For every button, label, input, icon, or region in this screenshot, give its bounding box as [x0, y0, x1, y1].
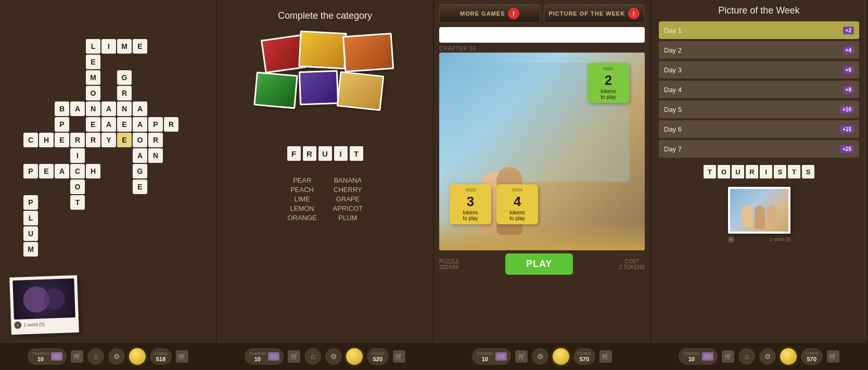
- pw-plus-icon: +: [727, 236, 735, 243]
- token-cart-cat[interactable]: 🛒: [288, 350, 300, 363]
- crossword-photo[interactable]: + 1 word (5): [9, 275, 79, 335]
- cat-word-letter: I: [334, 146, 348, 161]
- token-pill-puzzle: TOKENS 10: [472, 348, 511, 365]
- day-row-day-3[interactable]: Day 3+6: [659, 61, 859, 79]
- crossword-letter-E: E: [117, 117, 132, 132]
- card-id-002: #002: [603, 66, 614, 71]
- day-row-day-5[interactable]: Day 5+10: [659, 100, 859, 118]
- token-icon-pw: [702, 352, 713, 361]
- day-row-day-1[interactable]: Day 1+2: [659, 21, 859, 39]
- settings-button-1[interactable]: ⚙: [108, 348, 125, 365]
- day-label: Day 1: [664, 27, 682, 34]
- day-row-day-2[interactable]: Day 2+4: [659, 41, 859, 59]
- pw-word-display: TOURISTS: [659, 165, 859, 178]
- coins-pill-pw: COINS 570: [801, 348, 822, 365]
- crossword-letter-A: A: [55, 164, 69, 178]
- pw-word-letter: T: [788, 165, 800, 178]
- coins-pill-puzzle: COINS 570: [573, 348, 595, 365]
- puzzle-cost-info: COST 2 TOKENS: [619, 259, 645, 270]
- token-cart-pw[interactable]: 🛒: [722, 350, 734, 363]
- day-label: Day 7: [664, 145, 682, 153]
- home-button-1[interactable]: ⌂: [87, 348, 104, 365]
- crossword-letter-Y: Y: [101, 133, 116, 147]
- day-bonus: +8: [843, 86, 854, 94]
- crossword-letter-C: C: [70, 164, 85, 178]
- category-title: Complete the category: [278, 10, 372, 21]
- crossword-letter-H: H: [39, 133, 54, 147]
- puzzle-area: MORE GAMES ! PICTURE OF THE WEEK ! CHAPT…: [434, 0, 650, 343]
- search-input[interactable]: [439, 27, 645, 43]
- pw-word-letter: O: [718, 165, 730, 178]
- token-card-002[interactable]: #002 2 tokensto play: [588, 63, 629, 103]
- token-pill-crossword: TOKENS 10: [28, 348, 67, 365]
- token-card-004[interactable]: #004 4 tokensto play: [496, 184, 538, 224]
- crossword-letter-E: E: [133, 180, 147, 194]
- coins-cart-puzzle[interactable]: 🛒: [599, 350, 612, 363]
- day-label: Day 5: [664, 106, 682, 113]
- day-bonus: +10: [840, 106, 854, 113]
- settings-button-cat[interactable]: ⚙: [325, 348, 342, 365]
- coins-cart-pw[interactable]: 🛒: [827, 350, 839, 363]
- day-label: Day 4: [664, 86, 682, 94]
- crossword-letter-T: T: [70, 195, 85, 210]
- crossword-letter-I: I: [101, 39, 116, 54]
- crossword-letter-O: O: [86, 86, 100, 100]
- cat-word-letter: R: [303, 146, 316, 161]
- coins-cart-cat[interactable]: 🛒: [393, 350, 405, 363]
- coin-orb-pw: [780, 348, 797, 365]
- card-tokens-004: 4: [514, 194, 521, 210]
- cat-left-word: ORANGE: [287, 214, 317, 222]
- home-button-cat[interactable]: ⌂: [304, 348, 321, 365]
- crossword-letter-G: G: [133, 164, 147, 178]
- picture-week-button[interactable]: PICTURE OF THE WEEK !: [544, 4, 645, 23]
- pw-word-letter: S: [774, 165, 786, 178]
- day-row-day-6[interactable]: Day 6+15: [659, 120, 859, 138]
- crossword-letter-A: A: [133, 117, 147, 132]
- puzzle-image-container: #002 2 tokensto play #003 3 tokensto pla…: [439, 53, 645, 250]
- settings-button-pw[interactable]: ⚙: [759, 348, 776, 365]
- crossword-letter-B: B: [55, 101, 69, 116]
- more-games-button[interactable]: MORE GAMES !: [439, 4, 541, 23]
- play-button[interactable]: PLAY: [505, 253, 573, 275]
- card-tokens-003: 3: [467, 194, 474, 210]
- card-id-004: #004: [512, 187, 522, 193]
- token-pill-pw: TOKENS 10: [679, 348, 718, 365]
- fruit-photo-6: [336, 71, 384, 111]
- token-cart-1[interactable]: 🛒: [71, 350, 83, 363]
- plus-icon: +: [14, 322, 21, 329]
- crossword-bottom-bar: TOKENS 10 🛒 ⌂ ⚙ COINS 518 🛒: [0, 343, 216, 370]
- coin-orb-1: [129, 348, 146, 365]
- crossword-letter-G: G: [117, 70, 132, 85]
- picture-week-title: Picture of the Week: [659, 5, 859, 16]
- crossword-letter-A: A: [70, 101, 85, 116]
- picture-week-bottom-bar: TOKENS 10 🛒 ⌂ ⚙ COINS 570 🛒: [651, 343, 867, 370]
- pw-photo[interactable]: [728, 187, 790, 234]
- crossword-letter-A: A: [133, 101, 147, 116]
- cat-word-letter: U: [318, 146, 332, 161]
- token-card-003[interactable]: #003 3 tokensto play: [450, 184, 491, 224]
- crossword-letter-M: M: [23, 242, 38, 257]
- pw-word-letter: U: [732, 165, 744, 178]
- coins-pill-1: COINS 518: [150, 348, 171, 365]
- coins-cart-1[interactable]: 🛒: [176, 350, 188, 363]
- home-button-pw[interactable]: ⌂: [738, 348, 755, 365]
- day-label: Day 6: [664, 125, 682, 133]
- cat-left-word: PEAR: [287, 176, 317, 184]
- card-id-003: #003: [465, 187, 476, 193]
- settings-button-puzzle[interactable]: ⚙: [532, 348, 548, 365]
- day-row-day-7[interactable]: Day 7+25: [659, 140, 859, 158]
- crossword-letter-A: A: [133, 148, 147, 163]
- crossword-letter-U: U: [23, 226, 38, 241]
- token-icon-1: [51, 352, 62, 361]
- token-cart-puzzle[interactable]: 🛒: [515, 350, 528, 363]
- card-tokens-002: 2: [605, 72, 612, 88]
- crossword-letter-M: M: [117, 39, 132, 54]
- crossword-letter-P: P: [55, 117, 69, 132]
- pw-word-letter: S: [802, 165, 814, 178]
- crossword-letter-O: O: [70, 180, 85, 194]
- day-row-day-4[interactable]: Day 4+8: [659, 81, 859, 98]
- puzzle-image-bg: #002 2 tokensto play #003 3 tokensto pla…: [439, 53, 645, 250]
- day-label: Day 2: [664, 46, 682, 54]
- card-text-004: tokensto play: [509, 210, 525, 221]
- cat-left-word: LIME: [287, 195, 317, 203]
